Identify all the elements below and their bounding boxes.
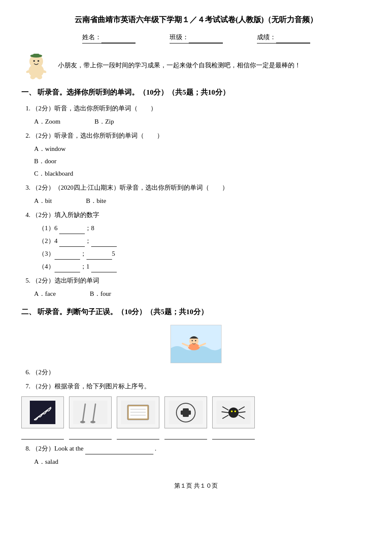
question-4: 4. （2分）填入所缺的数字 （1）6 ；8 （2）4 ； （3）；5 （4）；… — [21, 209, 371, 272]
icon-box-3 — [117, 396, 159, 428]
question-6: 6. （2分） — [21, 367, 371, 378]
svg-point-7 — [37, 75, 42, 79]
question-7: 7. （2分）根据录音，给下列图片标上序号。 — [21, 381, 371, 392]
q4-fill-4: （4）；1 — [26, 261, 371, 272]
mascot-image — [21, 50, 51, 80]
q3-options: A．bit B．bite — [26, 195, 371, 207]
question-5: 5. （2分）选出听到的单词 A．face B．four — [21, 275, 371, 300]
icon-box-1 — [21, 396, 64, 428]
question-3: 3. （2分）（2020四上·江山期末）听录音，选出你所听到的单词（ ） A．b… — [21, 182, 371, 207]
svg-rect-3 — [33, 54, 39, 57]
icon-medical — [164, 396, 207, 428]
svg-point-16 — [195, 340, 196, 341]
section2-title: 二、 听录音。判断句子正误。（10分）（共5题；共10分） — [21, 306, 371, 319]
page-footer: 第１页 共１０页 — [21, 480, 371, 491]
icon-label-5 — [212, 433, 255, 439]
page-number: 第１页 共１０页 — [174, 483, 218, 489]
svg-point-5 — [37, 60, 39, 62]
q5-option-a: A．face — [34, 288, 56, 300]
icon-skis — [69, 396, 112, 428]
q3-option-b: B．bite — [86, 195, 107, 207]
q5-options: A．face B．four — [26, 288, 371, 300]
icon-books — [117, 396, 159, 428]
q1-options: A．Zoom B．Zip — [26, 116, 371, 127]
score-label: 成绩： — [257, 32, 310, 43]
q3-option-a: A．bit — [34, 195, 52, 207]
q4-text: 4. （2分）填入所缺的数字 — [26, 209, 371, 221]
q2-option-c: C．blackboard — [26, 168, 371, 179]
intro-text: 小朋友，带上你一段时间的学习成果，一起来做个自我检测吧，相信你一定是最棒的！ — [58, 59, 301, 72]
icon-spider — [212, 396, 255, 428]
svg-point-30 — [80, 421, 85, 423]
class-label: 班级： — [170, 32, 223, 43]
q4-fill-2: （2）4 ； — [26, 235, 371, 247]
page-title: 云南省曲靖市英语六年级下学期１／４考试试卷(人教版)（无听力音频） — [21, 13, 371, 26]
name-label: 姓名： — [82, 32, 135, 43]
svg-point-15 — [192, 340, 193, 341]
svg-rect-27 — [73, 401, 107, 424]
q1-option-b: B．Zip — [95, 116, 114, 127]
svg-point-51 — [234, 410, 236, 412]
svg-point-50 — [231, 410, 233, 412]
icon-row — [21, 396, 371, 428]
icon-label-1 — [21, 433, 64, 439]
q5-option-b: B．four — [90, 288, 111, 300]
header-row: 小朋友，带上你一段时间的学习成果，一起来做个自我检测吧，相信你一定是最棒的！ — [21, 50, 371, 80]
icon-box-5 — [212, 396, 255, 428]
icon-label-3 — [117, 433, 159, 439]
question-2: 2. （2分）听录音，选出你所听到的单词（ ） A．window B．door … — [21, 130, 371, 179]
section1-title: 一、 听录音。选择你所听到的单词。（10分）（共5题；共10分） — [21, 86, 371, 99]
icon-label-row — [21, 433, 371, 439]
svg-point-4 — [33, 60, 35, 62]
swimming-illustration — [170, 325, 222, 363]
q2-option-b: B．door — [26, 156, 371, 167]
svg-point-43 — [228, 408, 239, 418]
svg-point-12 — [188, 344, 200, 350]
q4-fill-1: （1）6 ；8 — [26, 223, 371, 234]
q8-option-a: A．salad — [26, 456, 371, 468]
icon-escalator — [21, 396, 64, 428]
icon-label-2 — [69, 433, 112, 439]
swimming-image-section — [21, 325, 371, 363]
q7-text: 7. （2分）根据录音，给下列图片标上序号。 — [26, 381, 371, 392]
q6-text: 6. （2分） — [26, 367, 371, 378]
question-1: 1. （2分）听音，选出你所听到的单词（ ） A．Zoom B．Zip — [21, 103, 371, 127]
icon-label-4 — [164, 433, 207, 439]
q2-text: 2. （2分）听录音，选出你所听到的单词（ ） — [26, 130, 371, 142]
icon-box-2 — [69, 396, 112, 428]
q1-option-a: A．Zoom — [34, 116, 61, 127]
svg-point-6 — [30, 75, 35, 79]
svg-point-31 — [90, 421, 95, 423]
q1-text: 1. （2分）听音，选出你所听到的单词（ ） — [26, 103, 371, 114]
icon-box-4 — [164, 396, 207, 428]
q4-fill-3: （3）；5 — [26, 248, 371, 260]
q8-text: 8. （2分）Look at the . — [26, 443, 371, 454]
q2-option-a: A．window — [26, 143, 371, 155]
svg-rect-17 — [30, 401, 55, 424]
q3-text: 3. （2分）（2020四上·江山期末）听录音，选出你所听到的单词（ ） — [26, 182, 371, 194]
student-info: 姓名： 班级： 成绩： — [21, 32, 371, 43]
svg-rect-41 — [181, 410, 191, 415]
question-8: 8. （2分）Look at the . A．salad — [21, 443, 371, 468]
q5-text: 5. （2分）选出听到的单词 — [26, 275, 371, 286]
